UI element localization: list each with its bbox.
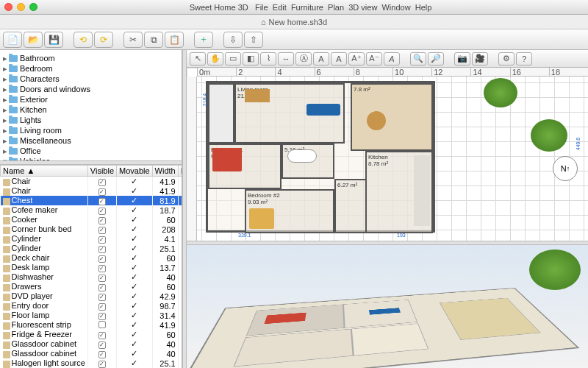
menu-edit[interactable]: Edit [273, 3, 287, 12]
save-button[interactable]: 💾 [44, 32, 63, 48]
dim-hright: 449.6 [576, 138, 581, 151]
menu-window[interactable]: Window [381, 3, 410, 12]
zoom-in-button[interactable]: 🔍 [410, 52, 426, 66]
menu-furniture[interactable]: Furniture [291, 3, 323, 12]
table-row[interactable]: Chest✓✓81.946.482.9 [1, 196, 182, 205]
tree-folder[interactable]: ▸Doors and windows [1, 84, 180, 94]
table-row[interactable]: Cylinder✓✓4.14.173 [1, 234, 182, 244]
tree-folder[interactable]: ▸Office [1, 146, 180, 156]
zoom-out-button[interactable]: 🔎 [428, 52, 444, 66]
wall-tool-button[interactable]: ▭ [225, 52, 241, 66]
tree-folder[interactable]: ▸Bathroom [1, 53, 180, 63]
menu-3dview[interactable]: 3D view [348, 3, 377, 12]
col-header[interactable]: Depth [178, 166, 182, 177]
room-patio-area: 7.8 m² [354, 86, 370, 93]
text-size-dec-button[interactable]: A⁻ [366, 52, 382, 66]
label-tool-button[interactable]: Ⓐ [295, 52, 312, 66]
table-row[interactable]: Dishwasher✓✓4062.982.9 [1, 272, 182, 282]
table-row[interactable]: Desk lamp✓✓13.734.345.1 [1, 263, 182, 272]
pan-tool-button[interactable]: ✋ [207, 52, 223, 66]
titlebar: Sweet Home 3D File Edit Furniture Plan 3… [0, 0, 588, 15]
text-tool-button[interactable]: A [313, 52, 329, 66]
col-header[interactable]: Movable [117, 166, 153, 177]
dimension-tool-button[interactable]: ↔ [278, 52, 294, 66]
video-button[interactable]: 🎥 [472, 52, 488, 66]
menu-file[interactable]: File [255, 3, 268, 12]
col-header[interactable]: Name ▲ [1, 166, 88, 177]
table-row[interactable]: Entry door✓✓98.723.8205.1 [1, 301, 182, 311]
add-furniture-button[interactable]: ＋ [194, 32, 213, 48]
plan-toolbar: ↖ ✋ ▭ ◧ ⌇ ↔ Ⓐ A A A⁺ A⁻ A 🔍 🔎 📷 🎥 ⚙ ? [187, 50, 588, 68]
table-row[interactable]: Deck chair✓✓6017450.1 [1, 253, 182, 263]
menu-plan[interactable]: Plan [328, 3, 344, 12]
table-row[interactable]: Glassdoor cabinet✓✓4043.880.3 [1, 349, 182, 358]
col-header[interactable]: Width [152, 166, 178, 177]
table-row[interactable]: Cylinder✓✓25.125.173 [1, 244, 182, 253]
close-icon[interactable] [4, 3, 12, 11]
ruler-vertical [187, 77, 197, 241]
new-button[interactable]: 📄 [3, 32, 22, 48]
import-button[interactable]: ⇩ [223, 32, 243, 48]
col-header[interactable]: Visible [87, 166, 116, 177]
table-row[interactable]: Corner bunk bed✓✓208208154.9 [1, 224, 182, 234]
room-kitchen-area: 8.78 m² [368, 160, 388, 167]
table-row[interactable]: Chair✓✓41.947.387.9 [1, 177, 182, 187]
text-italic-button[interactable]: A [384, 52, 400, 66]
table-row[interactable]: Chair✓✓41.947.387.9 [1, 186, 182, 196]
table-row[interactable]: DVD player✓✓42.938.35.7 [1, 291, 182, 301]
room-bed2-label: Bedroom #2 [248, 192, 280, 199]
room-kitchen-label: Kitchen [368, 154, 388, 160]
tree-folder[interactable]: ▸Living room [1, 125, 180, 135]
ruler-horizontal: 0m24681012141618 [197, 68, 588, 77]
table-row[interactable]: Fluorescent strip✓41.96.35.1 [1, 320, 182, 330]
plant-icon [529, 250, 581, 290]
table-row[interactable]: Fridge & Freezer✓✓6066185 [1, 330, 182, 339]
paste-button[interactable]: 📋 [165, 32, 184, 48]
select-tool-button[interactable]: ↖ [190, 52, 206, 66]
open-button[interactable]: 📂 [24, 32, 43, 48]
tree-folder[interactable]: ▸Miscellaneous [1, 135, 180, 146]
undo-button[interactable]: ⟲ [74, 32, 93, 48]
document-title: New home.sh3d [269, 18, 328, 26]
room-hall-area: 6.27 m² [337, 182, 357, 188]
copy-button[interactable]: ⧉ [144, 32, 163, 48]
prefs-button[interactable]: ⚙ [498, 52, 514, 66]
dim-w2: 193 [397, 233, 406, 238]
text-bold-button[interactable]: A [331, 52, 347, 66]
tree-folder[interactable]: ▸Lights [1, 115, 180, 125]
redo-button[interactable]: ⟳ [94, 32, 113, 48]
tree-folder[interactable]: ▸Bedroom [1, 63, 180, 74]
snapshot-button[interactable]: 📷 [454, 52, 470, 66]
plan-view[interactable]: 0m24681012141618 Living room 21.29 m² 7.… [187, 68, 588, 241]
cut-button[interactable]: ✂ [123, 32, 143, 48]
catalog-tree[interactable]: ▸Bathroom▸Bedroom▸Characters▸Doors and w… [0, 50, 182, 160]
export-button[interactable]: ⇧ [244, 32, 263, 48]
text-size-inc-button[interactable]: A⁺ [348, 52, 365, 66]
floor-plan: Living room 21.29 m² 7.8 m² Bedroom #1 9… [206, 81, 435, 233]
table-row[interactable]: Halogen light source✓✓25.125.125.1 [1, 358, 182, 368]
furniture-table[interactable]: Name ▲VisibleMovableWidthDepthHeightChai… [0, 165, 182, 368]
room-bed2-area: 9.03 m² [248, 199, 268, 205]
table-row[interactable]: Floor lamp✓✓31.468.9180 [1, 311, 182, 320]
room-tool-button[interactable]: ◧ [243, 52, 259, 66]
tree-folder[interactable]: ▸Kitchen [1, 105, 180, 115]
table-row[interactable]: Cooker✓✓6061.684.1 [1, 215, 182, 224]
document-title-bar: ⌂ New home.sh3d [0, 15, 588, 29]
home-icon: ⌂ [261, 18, 266, 26]
app-title: Sweet Home 3D [190, 3, 248, 12]
menu-help[interactable]: Help [415, 3, 432, 12]
tree-folder[interactable]: ▸Exterior [1, 94, 180, 105]
3d-view[interactable] [187, 245, 588, 368]
table-row[interactable]: Drawers✓✓604686 [1, 282, 182, 291]
plant-icon [484, 78, 517, 107]
table-row[interactable]: Glassdoor cabinet✓✓4043.880 [1, 339, 182, 349]
polyline-tool-button[interactable]: ⌇ [260, 52, 276, 66]
zoom-icon[interactable] [29, 3, 37, 11]
minimize-icon[interactable] [17, 3, 25, 11]
table-row[interactable]: Cofee maker✓✓18.728.629.8 [1, 205, 182, 215]
help-button[interactable]: ? [516, 52, 532, 66]
main-toolbar: 📄 📂 💾 ⟲ ⟳ ✂ ⧉ 📋 ＋ ⇩ ⇧ [0, 29, 588, 50]
dim-hleft: 218.4 [202, 93, 207, 107]
tree-folder[interactable]: ▸Characters [1, 74, 180, 84]
plant-icon [531, 119, 567, 152]
